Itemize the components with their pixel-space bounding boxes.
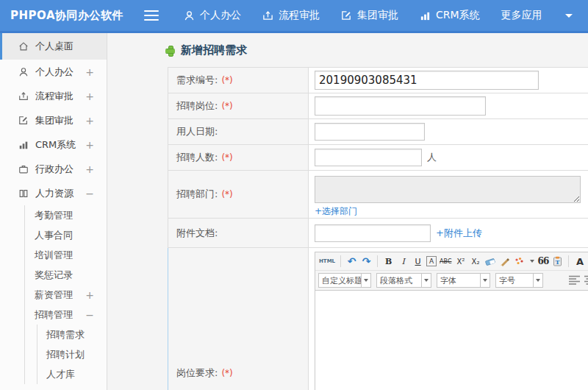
editor-toolbar-row2: 自定义标题 段落格式 字体 字号 bbox=[315, 271, 588, 291]
expand-icon[interactable]: + bbox=[85, 289, 94, 301]
align-left-icon[interactable] bbox=[569, 274, 580, 288]
headcount-input[interactable] bbox=[315, 149, 422, 166]
person-icon bbox=[184, 10, 195, 21]
workflow-upload-icon bbox=[262, 10, 273, 21]
book-icon bbox=[18, 188, 29, 199]
redo-button[interactable]: ↷ bbox=[360, 255, 373, 268]
form-row-headcount: 招聘人数: (*) 人 bbox=[168, 145, 588, 171]
expand-icon[interactable]: + bbox=[85, 91, 94, 102]
sidebar-item-group-approval[interactable]: 集团审批 + bbox=[0, 108, 107, 132]
form-row-job-requirements: 岗位要求: (*) HTML ↶ ↷ B I U A ABC bbox=[168, 248, 588, 390]
field-label: 用人日期: bbox=[176, 125, 218, 138]
paragraph-format-dropdown[interactable]: 段落格式 bbox=[376, 273, 431, 288]
blockquote-button[interactable]: 66 bbox=[537, 255, 549, 268]
collapse-icon[interactable]: − bbox=[85, 309, 94, 321]
field-label: 需求编号: bbox=[176, 74, 218, 87]
sidebar-item-personal-office[interactable]: 个人办公 + bbox=[0, 60, 107, 84]
nav-personal-office[interactable]: 个人办公 bbox=[184, 9, 241, 22]
select-department-link[interactable]: +选择部门 bbox=[315, 205, 357, 218]
sidebar-item-hr-contract[interactable]: 人事合同 bbox=[25, 225, 107, 245]
sidebar-item-recruit-plan[interactable]: 招聘计划 bbox=[37, 344, 107, 364]
required-mark: (*) bbox=[221, 189, 232, 199]
subscript-button[interactable]: X₂ bbox=[469, 255, 481, 268]
sidebar-item-recruit-mgmt[interactable]: 招聘管理 − bbox=[25, 305, 107, 325]
expand-icon[interactable]: + bbox=[85, 139, 94, 151]
chevron-down-icon bbox=[480, 274, 490, 287]
expand-icon[interactable]: + bbox=[85, 163, 94, 175]
sidebar-item-salary[interactable]: 薪资管理 + bbox=[25, 285, 107, 305]
font-color-button[interactable]: A bbox=[573, 255, 586, 268]
bold-button[interactable]: B bbox=[382, 255, 395, 268]
sidebar-item-rewards[interactable]: 奖惩记录 bbox=[25, 265, 107, 285]
expand-icon[interactable]: + bbox=[85, 115, 94, 127]
sidebar-item-training[interactable]: 培训管理 bbox=[25, 245, 107, 265]
sidebar-item-talent-pool[interactable]: 人才库 bbox=[37, 364, 107, 384]
hr-submenu: 考勤管理 人事合同 培训管理 奖惩记录 薪资管理 + 招聘管理 − 招聘需求 招… bbox=[24, 205, 107, 384]
main-content: 新增招聘需求 需求编号: (*) 招聘岗位: (*) 用人日期: bbox=[107, 33, 588, 390]
collapse-icon[interactable]: − bbox=[85, 188, 94, 199]
underline-button[interactable]: U bbox=[412, 255, 424, 268]
edit-square-icon bbox=[18, 116, 29, 126]
autotypeset-button[interactable]: A bbox=[426, 256, 437, 266]
html-source-button[interactable]: HTML bbox=[318, 255, 336, 268]
heading-dropdown[interactable]: 自定义标题 bbox=[318, 273, 371, 288]
menu-toggle-icon[interactable] bbox=[144, 10, 159, 21]
position-input[interactable] bbox=[315, 96, 486, 116]
expand-icon[interactable]: + bbox=[85, 66, 94, 78]
sidebar-item-attendance[interactable]: 考勤管理 bbox=[25, 205, 107, 225]
align-center-icon[interactable] bbox=[584, 274, 588, 288]
add-plus-icon bbox=[165, 46, 175, 55]
upload-attachment-link[interactable]: +附件上传 bbox=[436, 227, 482, 240]
recruit-submenu: 招聘需求 招聘计划 人才库 bbox=[37, 325, 107, 384]
hire-date-input[interactable] bbox=[315, 123, 425, 141]
required-mark: (*) bbox=[221, 368, 232, 378]
workflow-upload-icon bbox=[18, 91, 29, 102]
field-label: 附件文档: bbox=[176, 227, 218, 240]
sidebar-item-hr[interactable]: 人力资源 − bbox=[0, 181, 107, 205]
top-header: PHPOA协同办公软件 个人办公 流程审批 集团审批 CRM系统 更多应用 bbox=[0, 0, 588, 33]
nav-crm-system[interactable]: CRM系统 bbox=[420, 9, 480, 22]
form-row-department: 招聘部门: (*) +选择部门 bbox=[168, 171, 588, 219]
svg-text:T: T bbox=[556, 258, 560, 266]
nav-more-apps[interactable]: 更多应用 bbox=[501, 9, 542, 22]
chevron-down-icon bbox=[533, 274, 542, 287]
highlight-color-icon[interactable] bbox=[513, 255, 526, 268]
sidebar-item-recruit-demand[interactable]: 招聘需求 bbox=[37, 325, 107, 344]
department-textarea[interactable] bbox=[315, 176, 581, 203]
bar-chart-icon bbox=[420, 10, 431, 21]
sidebar-item-crm[interactable]: CRM系统 + bbox=[0, 132, 107, 157]
font-family-dropdown[interactable]: 字体 bbox=[437, 273, 490, 288]
nav-group-approval[interactable]: 集团审批 bbox=[341, 9, 398, 22]
rich-text-editor: HTML ↶ ↷ B I U A ABC X² X₂ bbox=[315, 252, 588, 390]
italic-button[interactable]: I bbox=[397, 255, 409, 268]
bar-chart-icon bbox=[18, 140, 29, 150]
demand-no-input[interactable] bbox=[315, 71, 539, 90]
recruit-demand-form: 需求编号: (*) 招聘岗位: (*) 用人日期: bbox=[168, 67, 588, 390]
chevron-down-icon[interactable] bbox=[565, 14, 573, 18]
editor-content-area[interactable] bbox=[315, 291, 588, 390]
form-row-position: 招聘岗位: (*) bbox=[168, 93, 588, 119]
eraser-icon[interactable] bbox=[484, 255, 496, 268]
field-label: 招聘部门: bbox=[176, 188, 218, 201]
undo-button[interactable]: ↶ bbox=[345, 255, 358, 268]
chevron-down-icon[interactable] bbox=[530, 260, 534, 263]
strikethrough-button[interactable]: ABC bbox=[439, 255, 452, 268]
edit-square-icon bbox=[341, 10, 352, 21]
briefcase-icon bbox=[18, 164, 29, 174]
format-brush-icon[interactable] bbox=[498, 255, 511, 268]
sidebar-item-personal-desktop[interactable]: 个人桌面 bbox=[0, 33, 107, 60]
form-row-attachment: 附件文档: +附件上传 bbox=[168, 219, 588, 248]
required-mark: (*) bbox=[221, 101, 232, 111]
sidebar-item-workflow-approval[interactable]: 流程审批 + bbox=[0, 84, 107, 108]
attachment-input[interactable] bbox=[315, 224, 431, 242]
sidebar-item-admin-office[interactable]: 行政办公 + bbox=[0, 157, 107, 181]
paste-text-icon[interactable]: T bbox=[551, 255, 564, 268]
nav-workflow-approval[interactable]: 流程审批 bbox=[262, 9, 320, 22]
field-label: 招聘人数: bbox=[176, 151, 218, 164]
font-size-dropdown[interactable]: 字号 bbox=[495, 273, 543, 288]
person-icon bbox=[18, 67, 29, 77]
chevron-down-icon bbox=[361, 274, 370, 287]
superscript-button[interactable]: X² bbox=[454, 255, 467, 268]
page-title: 新增招聘需求 bbox=[107, 33, 588, 67]
chevron-down-icon bbox=[421, 274, 431, 287]
